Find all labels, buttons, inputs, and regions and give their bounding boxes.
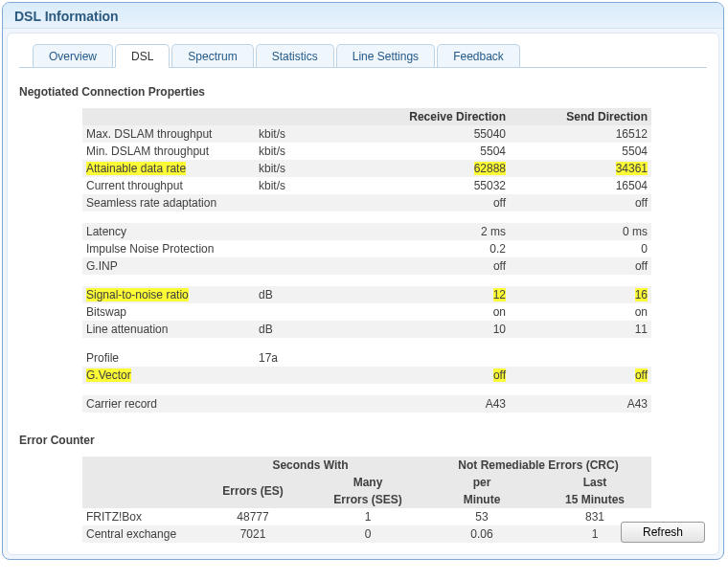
- refresh-button[interactable]: Refresh: [621, 522, 705, 543]
- prop-unit: [255, 367, 366, 384]
- prop-label: Signal-to-noise ratio: [82, 286, 255, 303]
- prop-send: on: [510, 303, 651, 321]
- prop-unit: kbit/s: [255, 177, 366, 194]
- hdr-l152: 15 Minutes: [538, 491, 651, 508]
- prop-recv: 2 ms: [366, 223, 510, 240]
- tab-overview[interactable]: Overview: [33, 44, 113, 67]
- prop-send: off: [510, 194, 651, 212]
- prop-row: Latency2 ms0 ms: [82, 223, 651, 240]
- hdr-l151: Last: [538, 474, 651, 491]
- prop-row: Bitswaponon: [82, 303, 651, 321]
- negotiated-properties-table: Receive Direction Send Direction Max. DS…: [82, 108, 651, 413]
- tab-dsl[interactable]: DSL: [115, 44, 170, 68]
- prop-label: Impulse Noise Protection: [82, 240, 255, 257]
- hdr-ses1: Many: [310, 474, 425, 491]
- prop-send: 5504: [510, 143, 651, 160]
- prop-label: Attainable data rate: [82, 160, 255, 177]
- prop-recv: 62888: [366, 160, 510, 177]
- prop-label: Profile: [82, 349, 255, 367]
- tab-line-settings[interactable]: Line Settings: [336, 44, 435, 67]
- prop-label: Current throughput: [82, 177, 255, 194]
- prop-label: G.Vector: [82, 367, 255, 384]
- tab-spectrum[interactable]: Spectrum: [171, 44, 253, 67]
- prop-recv: 5504: [366, 143, 510, 160]
- tab-feedback[interactable]: Feedback: [437, 44, 520, 67]
- prop-label: Line attenuation: [82, 321, 255, 338]
- panel-title: DSL Information: [3, 3, 723, 29]
- prop-send: 16: [510, 286, 651, 303]
- tab-statistics[interactable]: Statistics: [256, 44, 334, 67]
- prop-recv: 0.2: [366, 240, 510, 257]
- prop-label: Max. DSLAM throughput: [82, 125, 255, 143]
- prop-send: 0 ms: [510, 223, 651, 240]
- prop-row: Impulse Noise Protection0.20: [82, 240, 651, 257]
- prop-row: Carrier recordA43A43: [82, 395, 651, 413]
- prop-unit: [255, 257, 366, 275]
- prop-recv: A43: [366, 395, 510, 413]
- prop-send: 16504: [510, 177, 651, 194]
- prop-recv: 55040: [366, 125, 510, 143]
- prop-recv: [366, 349, 510, 367]
- prop-row: Line attenuationdB1011: [82, 321, 651, 338]
- prop-unit: [255, 194, 366, 212]
- prop-label: Min. DSLAM throughput: [82, 143, 255, 160]
- prop-recv: off: [366, 257, 510, 275]
- error-row: Central exchange702100.061: [82, 525, 651, 543]
- hdr-seconds-with: Seconds With: [195, 457, 425, 474]
- prop-label: Carrier record: [82, 395, 255, 413]
- prop-send: 0: [510, 240, 651, 257]
- prop-unit: kbit/s: [255, 160, 366, 177]
- prop-label: Seamless rate adaptation: [82, 194, 255, 212]
- prop-send: off: [510, 367, 651, 384]
- prop-row: Current throughputkbit/s5503216504: [82, 177, 651, 194]
- section-error-title: Error Counter: [19, 434, 707, 447]
- prop-label: Bitswap: [82, 303, 255, 321]
- prop-unit: [255, 223, 366, 240]
- prop-row: Min. DSLAM throughputkbit/s55045504: [82, 143, 651, 160]
- hdr-ses2: Errors (SES): [310, 491, 425, 508]
- prop-unit: dB: [255, 321, 366, 338]
- hdr-pm1: per: [425, 474, 538, 491]
- prop-unit: [255, 240, 366, 257]
- prop-unit: kbit/s: [255, 125, 366, 143]
- prop-send: 34361: [510, 160, 651, 177]
- hdr-es: Errors (ES): [195, 474, 310, 508]
- prop-recv: 55032: [366, 177, 510, 194]
- error-counter-table: Seconds With Not Remediable Errors (CRC)…: [82, 457, 651, 543]
- prop-label: Latency: [82, 223, 255, 240]
- hdr-nre: Not Remediable Errors (CRC): [425, 457, 651, 474]
- col-receive: Receive Direction: [366, 108, 510, 125]
- prop-row: Seamless rate adaptationoffoff: [82, 194, 651, 212]
- prop-recv: 10: [366, 321, 510, 338]
- prop-row: Attainable data ratekbit/s6288834361: [82, 160, 651, 177]
- dsl-info-panel: DSL Information OverviewDSLSpectrumStati…: [2, 2, 724, 560]
- prop-recv: on: [366, 303, 510, 321]
- prop-row: G.INPoffoff: [82, 257, 651, 275]
- tabs-bar: OverviewDSLSpectrumStatisticsLine Settin…: [19, 43, 707, 68]
- prop-recv: 12: [366, 286, 510, 303]
- prop-row: Signal-to-noise ratiodB1216: [82, 286, 651, 303]
- prop-recv: off: [366, 194, 510, 212]
- col-send: Send Direction: [510, 108, 651, 125]
- prop-label: G.INP: [82, 257, 255, 275]
- prop-recv: off: [366, 367, 510, 384]
- prop-send: 11: [510, 321, 651, 338]
- error-row: FRITZ!Box48777153831: [82, 508, 651, 525]
- prop-row: G.Vectoroffoff: [82, 367, 651, 384]
- prop-row: Profile17a: [82, 349, 651, 367]
- hdr-pm2: Minute: [425, 491, 538, 508]
- prop-unit: [255, 395, 366, 413]
- prop-send: [510, 349, 651, 367]
- prop-row: Max. DSLAM throughputkbit/s5504016512: [82, 125, 651, 143]
- prop-unit: kbit/s: [255, 143, 366, 160]
- prop-unit: [255, 303, 366, 321]
- prop-send: 16512: [510, 125, 651, 143]
- prop-unit: dB: [255, 286, 366, 303]
- section-negotiated-title: Negotiated Connection Properties: [19, 85, 707, 99]
- prop-send: A43: [510, 395, 651, 413]
- prop-unit: 17a: [255, 349, 366, 367]
- prop-send: off: [510, 257, 651, 275]
